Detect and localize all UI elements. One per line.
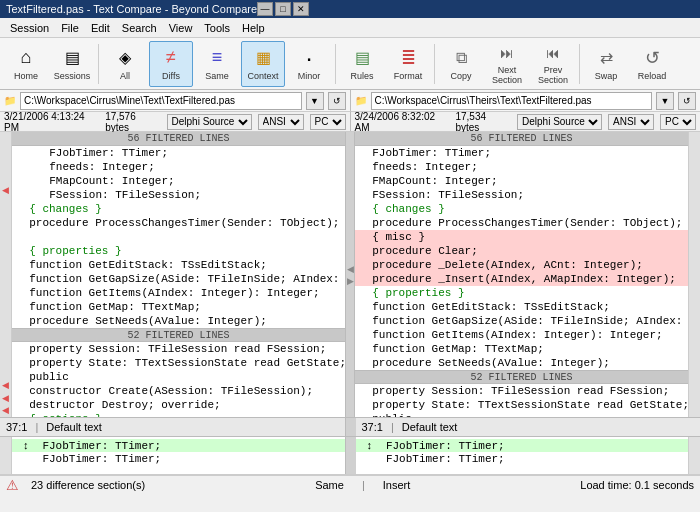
left-line-8: { properties } xyxy=(12,244,345,258)
left-code-pane[interactable]: 56 FILTERED LINES FJobTimer: TTimer; fne… xyxy=(12,132,345,417)
preview-area: ↕ FJobTimer: TTimer; FJobTimer: TTimer; … xyxy=(0,437,700,475)
sessions-label: Sessions xyxy=(54,72,91,82)
format-button[interactable]: Format xyxy=(386,41,430,87)
left-line-6: procedure ProcessChangesTimer(Sender: TO… xyxy=(12,216,345,230)
minor-button[interactable]: Minor xyxy=(287,41,331,87)
left-pos-num: 37:1 xyxy=(6,421,27,433)
toolbar-sep2 xyxy=(335,44,336,84)
left-line-17: constructor Create(ASession: TFileSessio… xyxy=(12,384,345,398)
right-lineend-select[interactable]: PC xyxy=(660,114,696,130)
left-encoding-select[interactable]: ANSI xyxy=(258,114,304,130)
gutter-spacer4 xyxy=(0,171,11,184)
compare-main: ◀ ◀ ◀ ◀ 56 FILTERED LINES FJobTimer: TTi… xyxy=(0,132,700,417)
context-button[interactable]: Context xyxy=(241,41,285,87)
minor-icon xyxy=(297,46,321,70)
left-line-10: function GetGapSize(ASide: TFileInSide; … xyxy=(12,272,345,286)
swap-label: Swap xyxy=(595,72,618,82)
gutter-arrow3[interactable]: ◀ xyxy=(0,391,11,404)
swap-button[interactable]: Swap xyxy=(584,41,628,87)
close-button[interactable]: ✕ xyxy=(293,2,309,16)
gutter-spacer12 xyxy=(0,287,11,300)
right-filtered-header2: 52 FILTERED LINES xyxy=(355,370,688,384)
status-same: Same xyxy=(315,479,344,491)
minimize-button[interactable]: — xyxy=(257,2,273,16)
minor-label: Minor xyxy=(298,72,321,82)
menu-session[interactable]: Session xyxy=(4,20,55,36)
right-line-13: function GetGapSize(ASide: TFileInSide; … xyxy=(355,314,688,328)
statusbar: ⚠ 23 difference section(s) Same | Insert… xyxy=(0,475,700,493)
right-line-16: procedure SetNeeds(AValue: Integer); xyxy=(355,356,688,370)
left-line-18: destructor Destroy; override; xyxy=(12,398,345,412)
right-path-bar: 📁 ▼ ↺ xyxy=(351,90,701,112)
maximize-button[interactable]: □ xyxy=(275,2,291,16)
reload-button[interactable]: Reload xyxy=(630,41,674,87)
right-line-18: property State: TTextSessionState read G… xyxy=(355,398,688,412)
right-date: 3/24/2006 8:32:02 AM xyxy=(355,111,450,133)
gutter-arrow4[interactable]: ◀ xyxy=(0,404,11,417)
left-date: 3/21/2006 4:13:24 PM xyxy=(4,111,99,133)
all-button[interactable]: All xyxy=(103,41,147,87)
left-line-1: FJobTimer: TTimer; xyxy=(12,146,345,160)
right-code-pane[interactable]: 56 FILTERED LINES FJobTimer: TTimer; fne… xyxy=(355,132,688,417)
right-encoding-select[interactable]: ANSI xyxy=(608,114,654,130)
home-label: Home xyxy=(14,72,38,82)
nextsection-button[interactable]: NextSection xyxy=(485,41,529,87)
all-label: All xyxy=(120,72,130,82)
left-gutter: ◀ ◀ ◀ ◀ xyxy=(0,132,12,417)
left-lineend-select[interactable]: PC xyxy=(310,114,346,130)
splitter-right-arrow: ▶ xyxy=(347,276,354,286)
rules-button[interactable]: Rules xyxy=(340,41,384,87)
preview-right-gutter xyxy=(688,437,700,474)
left-size: 17,576 bytes xyxy=(105,111,160,133)
left-preview-line1: ↕ FJobTimer: TTimer; xyxy=(12,439,345,452)
copy-button[interactable]: Copy xyxy=(439,41,483,87)
right-folder-icon: 📁 xyxy=(355,95,367,106)
right-line-19: public xyxy=(355,412,688,417)
right-preview-line1: ↕ FJobTimer: TTimer; xyxy=(356,439,689,452)
right-line-10: procedure _Insert(AIndex, AMapIndex: Int… xyxy=(355,272,688,286)
left-path-browse[interactable]: ▼ xyxy=(306,92,324,110)
right-path-input[interactable] xyxy=(371,92,653,110)
menu-file[interactable]: File xyxy=(55,20,85,36)
right-pos-num: 37:1 xyxy=(362,421,383,433)
left-path-refresh[interactable]: ↺ xyxy=(328,92,346,110)
gutter-spacer18 xyxy=(0,365,11,378)
context-icon xyxy=(251,46,275,70)
gutter-spacer17 xyxy=(0,352,11,365)
same-button[interactable]: Same xyxy=(195,41,239,87)
right-line-3: FMapCount: Integer; xyxy=(355,174,688,188)
right-preview-line2: FJobTimer: TTimer; xyxy=(356,452,689,465)
left-path-input[interactable] xyxy=(20,92,302,110)
titlebar-title: TextFiltered.pas - Text Compare - Beyond… xyxy=(6,3,257,15)
right-line-15: function GetMap: TTextMap; xyxy=(355,342,688,356)
menu-edit[interactable]: Edit xyxy=(85,20,116,36)
left-line-7 xyxy=(12,230,345,244)
left-line-16: public xyxy=(12,370,345,384)
left-preview-pane: ↕ FJobTimer: TTimer; FJobTimer: TTimer; xyxy=(12,437,345,474)
right-format-select[interactable]: Delphi Source xyxy=(517,114,602,130)
menu-view[interactable]: View xyxy=(163,20,199,36)
prevsection-button[interactable]: PrevSection xyxy=(531,41,575,87)
right-path-browse[interactable]: ▼ xyxy=(656,92,674,110)
left-line-14: property Session: TFileSession read FSes… xyxy=(12,342,345,356)
menu-search[interactable]: Search xyxy=(116,20,163,36)
right-line-7: { misc } xyxy=(355,230,688,244)
menu-help[interactable]: Help xyxy=(236,20,271,36)
left-format-select[interactable]: Delphi Source xyxy=(167,114,252,130)
menu-tools[interactable]: Tools xyxy=(198,20,236,36)
gutter-arrow1[interactable]: ◀ xyxy=(0,184,11,197)
right-path-refresh[interactable]: ↺ xyxy=(678,92,696,110)
prevsection-label: PrevSection xyxy=(538,66,568,86)
gutter-spacer6 xyxy=(0,210,11,223)
splitter[interactable]: ◀ ▶ xyxy=(345,132,355,417)
gutter-arrow2[interactable]: ◀ xyxy=(0,378,11,391)
left-line-4: FSession: TFileSession; xyxy=(12,188,345,202)
menubar: Session File Edit Search View Tools Help xyxy=(0,18,700,38)
home-button[interactable]: Home xyxy=(4,41,48,87)
diffs-button[interactable]: Diffs xyxy=(149,41,193,87)
right-line-9: procedure _Delete(AIndex, ACnt: Integer)… xyxy=(355,258,688,272)
right-info-bar: 3/24/2006 8:32:02 AM 17,534 bytes Delphi… xyxy=(351,112,701,131)
sessions-button[interactable]: Sessions xyxy=(50,41,94,87)
right-line-14: function GetItems(AIndex: Integer): Inte… xyxy=(355,328,688,342)
left-line-9: function GetEditStack: TSsEditStack; xyxy=(12,258,345,272)
